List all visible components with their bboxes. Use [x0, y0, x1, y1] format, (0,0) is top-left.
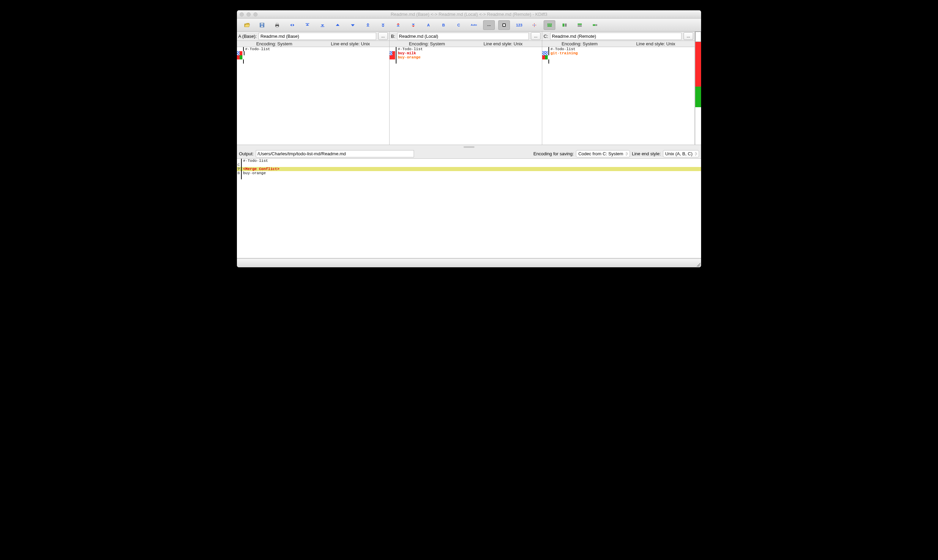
- choose-b-button[interactable]: B: [438, 20, 449, 30]
- merge-src: [237, 175, 240, 179]
- merge-src: [237, 159, 240, 163]
- output-path-input[interactable]: [256, 150, 414, 157]
- resize-grip-icon[interactable]: [696, 262, 700, 266]
- next-diff-icon[interactable]: [347, 20, 359, 30]
- pane-b-header: B: ...: [390, 32, 542, 41]
- svg-rect-6: [305, 23, 310, 24]
- titlebar: Readme.md (Base) <-> Readme.md (Local) <…: [237, 10, 701, 18]
- svg-rect-4: [276, 23, 278, 25]
- svg-rect-18: [593, 24, 596, 26]
- pane-c-browse-button[interactable]: ...: [683, 32, 693, 40]
- prev-diff-icon[interactable]: [332, 20, 344, 30]
- print-icon[interactable]: [271, 20, 283, 30]
- svg-rect-14: [563, 23, 564, 26]
- char-diff-button[interactable]: 123: [513, 20, 525, 30]
- svg-rect-12: [551, 23, 552, 25]
- pane-c-meta: Encoding: System Line end style: Unix: [542, 41, 694, 47]
- pane-b-eol: Line end style: Unix: [483, 41, 522, 46]
- svg-rect-5: [276, 26, 278, 27]
- auto-solve-button[interactable]: Auto: [468, 20, 480, 30]
- svg-rect-19: [596, 24, 597, 26]
- window-title: Readme.md (Base) <-> Readme.md (Local) <…: [237, 12, 701, 17]
- merge-line: [242, 175, 243, 179]
- pane-c-header: C: ...: [542, 32, 694, 41]
- statusbar: [237, 258, 701, 267]
- split-2v-button[interactable]: [574, 20, 586, 30]
- show-whitespace-button[interactable]: ---: [483, 20, 495, 30]
- output-encoding-select[interactable]: Codec from C: System: [576, 150, 630, 157]
- align-button[interactable]: [529, 20, 540, 30]
- pane-a-label: A (Base):: [238, 34, 256, 39]
- svg-rect-11: [549, 23, 551, 25]
- svg-rect-8: [503, 24, 506, 26]
- output-header: Output: Encoding for saving: Codec from …: [237, 149, 701, 159]
- merge-src: ?: [237, 167, 240, 171]
- split-3-button[interactable]: [544, 20, 555, 30]
- code-line: git·training: [550, 51, 578, 55]
- pane-b-file-input[interactable]: [397, 32, 529, 40]
- code-line: #·Todo·list: [244, 47, 270, 51]
- split-2h-button[interactable]: [559, 20, 571, 30]
- svg-rect-15: [565, 23, 567, 26]
- pane-b-meta: Encoding: System Line end style: Unix: [390, 41, 542, 47]
- pane-a: A (Base): ... Encoding: System Line end …: [237, 32, 390, 145]
- pane-b: B: ... Encoding: System Line end style: …: [390, 32, 542, 145]
- pane-b-code[interactable]: #·Todo·list buy·milk buy·orange: [390, 47, 542, 145]
- back-forward-icon[interactable]: [286, 20, 298, 30]
- svg-rect-17: [578, 25, 582, 26]
- pane-a-file-input[interactable]: [259, 32, 376, 40]
- merge-line: #·Todo·list: [242, 159, 268, 163]
- save-icon[interactable]: [256, 20, 268, 30]
- pane-b-label: B:: [391, 34, 395, 39]
- merge-src: B: [237, 171, 240, 175]
- pane-c-code[interactable]: #·Todo·list git·training: [542, 47, 694, 145]
- overview-scrollbar[interactable]: [695, 32, 701, 145]
- toolbar: A B C Auto --- 123: [237, 18, 701, 32]
- first-diff-icon[interactable]: [302, 20, 313, 30]
- next-unsolved-icon[interactable]: [407, 20, 419, 30]
- svg-rect-2: [261, 25, 263, 27]
- pane-a-header: A (Base): ...: [237, 32, 389, 41]
- svg-rect-10: [548, 23, 549, 25]
- diff-panes: A (Base): ... Encoding: System Line end …: [237, 32, 701, 145]
- output-label: Output:: [239, 151, 254, 156]
- next-conflict-icon[interactable]: [377, 20, 389, 30]
- prev-unsolved-icon[interactable]: [392, 20, 404, 30]
- app-window: Readme.md (Base) <-> Readme.md (Local) <…: [237, 10, 701, 267]
- pane-a-browse-button[interactable]: ...: [378, 32, 388, 40]
- pane-c-encoding: Encoding: System: [562, 41, 598, 46]
- output-encoding-label: Encoding for saving:: [533, 151, 574, 156]
- svg-rect-1: [261, 23, 263, 25]
- pane-b-browse-button[interactable]: ...: [531, 32, 540, 40]
- code-line: buy·milk: [397, 51, 416, 55]
- merge-conflict-line: <Merge Conflict>: [242, 167, 701, 171]
- show-linenumbers-button[interactable]: [498, 20, 510, 30]
- last-diff-icon[interactable]: [317, 20, 329, 30]
- pane-a-encoding: Encoding: System: [256, 41, 292, 46]
- horizontal-splitter[interactable]: [237, 145, 701, 149]
- merge-output-area[interactable]: #·Todo·list C ? <Merge Conflict> B buy·o…: [237, 159, 701, 258]
- svg-rect-16: [578, 23, 582, 25]
- svg-rect-13: [548, 25, 552, 26]
- choose-c-button[interactable]: C: [453, 20, 464, 30]
- output-eol-select[interactable]: Unix (A, B, C): [663, 150, 699, 157]
- choose-a-button[interactable]: A: [423, 20, 434, 30]
- pane-a-eol: Line end style: Unix: [331, 41, 370, 46]
- pane-c-file-input[interactable]: [550, 32, 682, 40]
- toggle-merge-button[interactable]: [589, 20, 601, 30]
- svg-rect-7: [321, 26, 325, 27]
- pane-a-code[interactable]: #·Todo·list: [237, 47, 389, 145]
- pane-c-eol: Line end style: Unix: [636, 41, 675, 46]
- pane-a-meta: Encoding: System Line end style: Unix: [237, 41, 389, 47]
- code-line: #·Todo·list: [550, 47, 575, 51]
- pane-c: C: ... Encoding: System Line end style: …: [542, 32, 695, 145]
- merge-line: buy·orange: [242, 171, 266, 175]
- code-line: #·Todo·list: [397, 47, 423, 51]
- merge-line: [242, 163, 243, 167]
- svg-point-9: [534, 25, 535, 25]
- merge-src: C: [237, 163, 240, 167]
- open-icon[interactable]: [241, 20, 253, 30]
- output-eol-label: Line end style:: [632, 151, 661, 156]
- pane-c-label: C:: [544, 34, 548, 39]
- prev-conflict-icon[interactable]: [362, 20, 374, 30]
